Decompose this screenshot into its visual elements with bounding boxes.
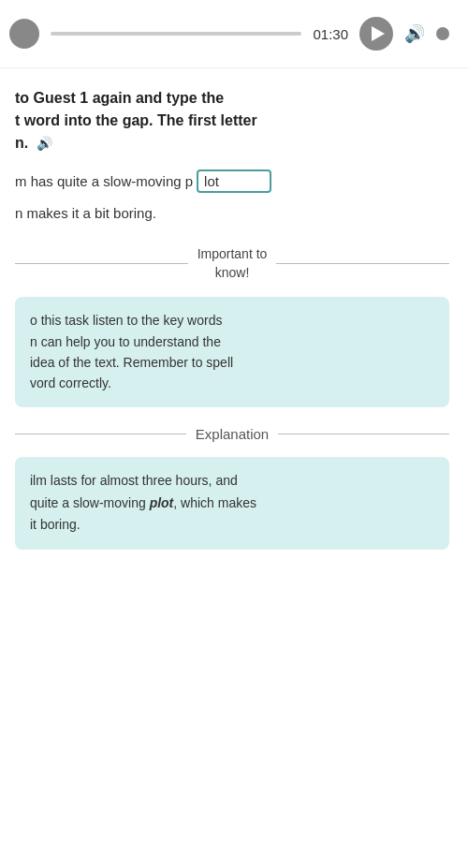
audio-progress-track[interactable] bbox=[51, 32, 301, 36]
gap-text-after: n makes it a bit boring. bbox=[15, 201, 449, 226]
explanation-divider-line-left bbox=[15, 434, 186, 434]
volume-icon[interactable]: 🔊 bbox=[404, 23, 425, 44]
info-box-text: o this task listen to the key words n ca… bbox=[30, 310, 434, 394]
divider-line-left bbox=[15, 263, 188, 264]
gap-text-before: m has quite a slow-moving p bbox=[15, 169, 193, 194]
gap-fill-text: m has quite a slow-moving p n makes it a… bbox=[15, 169, 449, 225]
audio-time: 01:30 bbox=[313, 26, 348, 42]
explanation-divider-line-right bbox=[278, 434, 449, 434]
instruction-sound-icon[interactable]: 🔊 bbox=[37, 134, 52, 154]
play-button[interactable] bbox=[359, 17, 393, 51]
important-divider-section: Important toknow! bbox=[15, 245, 449, 282]
instruction-line1: to Guest 1 again and type the bbox=[15, 90, 224, 106]
main-content: to Guest 1 again and type the t word int… bbox=[0, 68, 468, 568]
important-label: Important toknow! bbox=[197, 245, 268, 282]
explanation-divider-section: Explanation bbox=[15, 426, 449, 442]
instruction-block: to Guest 1 again and type the t word int… bbox=[15, 87, 449, 154]
explanation-text: ilm lasts for almost three hours, and qu… bbox=[30, 470, 434, 537]
info-box: o this task listen to the key words n ca… bbox=[15, 297, 449, 407]
audio-player: 01:30 🔊 bbox=[0, 0, 468, 68]
explanation-bold-word: plot bbox=[150, 495, 174, 510]
audio-progress-thumb[interactable] bbox=[9, 19, 39, 49]
page-wrapper: 01:30 🔊 to Guest 1 again and type the t … bbox=[0, 0, 468, 868]
instruction-line3: n. bbox=[15, 135, 28, 151]
volume-slider-thumb[interactable] bbox=[436, 27, 449, 40]
gap-fill-area: m has quite a slow-moving p n makes it a… bbox=[15, 169, 449, 225]
explanation-label: Explanation bbox=[196, 426, 269, 442]
play-icon bbox=[372, 26, 385, 41]
divider-line-right bbox=[276, 263, 449, 264]
explanation-box: ilm lasts for almost three hours, and qu… bbox=[15, 457, 449, 550]
instruction-line2: t word into the gap. The first letter bbox=[15, 112, 257, 128]
gap-fill-input[interactable] bbox=[197, 169, 271, 193]
